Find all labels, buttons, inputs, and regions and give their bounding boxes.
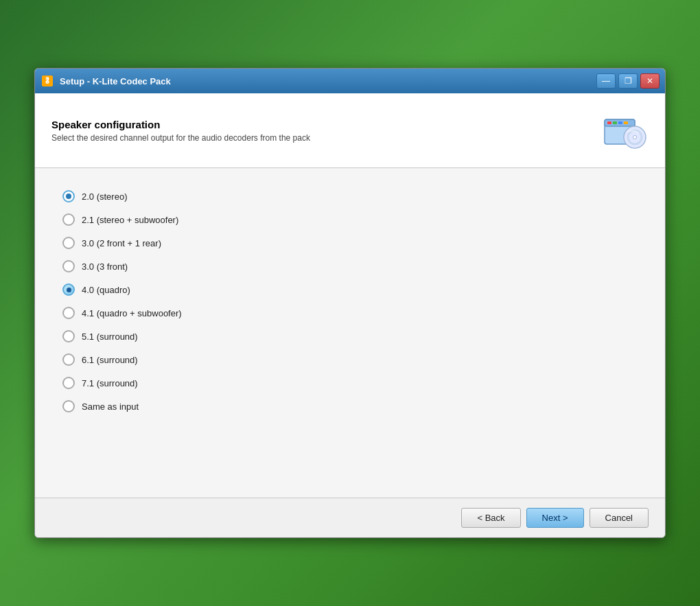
radio-label-opt_41: 4.1 (quadro + subwoofer) bbox=[82, 308, 182, 318]
header-text: Speaker configuration Select the desired… bbox=[51, 119, 310, 143]
radio-button-opt_same[interactable] bbox=[62, 400, 75, 412]
codec-icon bbox=[599, 106, 649, 155]
footer-section: < Back Next > Cancel bbox=[35, 498, 665, 537]
radio-item-opt_71[interactable]: 7.1 (surround) bbox=[62, 377, 638, 389]
radio-label-opt_21: 2.1 (stereo + subwoofer) bbox=[82, 215, 178, 225]
page-subtitle: Select the desired channel output for th… bbox=[51, 133, 310, 143]
svg-text:2: 2 bbox=[45, 76, 49, 84]
radio-item-opt_30rear[interactable]: 3.0 (2 front + 1 rear) bbox=[62, 237, 638, 249]
window-controls: — ❐ ✕ bbox=[596, 73, 660, 89]
radio-button-opt_30rear[interactable] bbox=[62, 237, 75, 249]
radio-item-opt_stereo[interactable]: 2.0 (stereo) bbox=[62, 190, 638, 202]
next-button[interactable]: Next > bbox=[526, 508, 584, 528]
radio-button-opt_21[interactable] bbox=[62, 213, 75, 226]
svg-point-12 bbox=[633, 136, 636, 139]
title-bar: 3 2 Setup - K-Lite Codec Pack — ❐ ✕ bbox=[35, 69, 665, 93]
back-button[interactable]: < Back bbox=[461, 508, 520, 528]
radio-label-opt_40: 4.0 (quadro) bbox=[82, 285, 130, 295]
radio-label-opt_51: 5.1 (surround) bbox=[82, 331, 138, 342]
radio-button-opt_71[interactable] bbox=[62, 377, 75, 389]
svg-rect-5 bbox=[607, 121, 611, 124]
radio-label-opt_61: 6.1 (surround) bbox=[82, 355, 138, 365]
radio-button-opt_61[interactable] bbox=[62, 353, 75, 366]
svg-rect-8 bbox=[624, 121, 628, 124]
radio-item-opt_21[interactable]: 2.1 (stereo + subwoofer) bbox=[62, 213, 638, 226]
window-title: Setup - K-Lite Codec Pack bbox=[60, 76, 596, 86]
svg-rect-6 bbox=[613, 121, 617, 124]
radio-item-opt_61[interactable]: 6.1 (surround) bbox=[62, 353, 638, 366]
minimize-button[interactable]: — bbox=[596, 73, 616, 89]
cancel-button[interactable]: Cancel bbox=[590, 508, 649, 528]
radio-button-opt_41[interactable] bbox=[62, 307, 75, 319]
installer-window: 3 2 Setup - K-Lite Codec Pack — ❐ ✕ Spea… bbox=[34, 68, 666, 538]
radio-item-opt_same[interactable]: Same as input bbox=[62, 400, 638, 412]
restore-button[interactable]: ❐ bbox=[618, 73, 638, 89]
radio-button-opt_stereo[interactable] bbox=[62, 190, 75, 202]
svg-rect-7 bbox=[618, 121, 622, 124]
radio-button-opt_40[interactable] bbox=[62, 283, 75, 296]
radio-item-opt_40[interactable]: 4.0 (quadro) bbox=[62, 283, 638, 296]
header-section: Speaker configuration Select the desired… bbox=[35, 93, 665, 168]
radio-button-opt_51[interactable] bbox=[62, 330, 75, 342]
close-button[interactable]: ✕ bbox=[640, 73, 660, 89]
radio-label-opt_stereo: 2.0 (stereo) bbox=[82, 191, 127, 202]
radio-item-opt_51[interactable]: 5.1 (surround) bbox=[62, 330, 638, 342]
speaker-options: 2.0 (stereo) 2.1 (stereo + subwoofer) 3.… bbox=[62, 190, 638, 412]
page-title: Speaker configuration bbox=[51, 119, 310, 130]
radio-label-opt_30front: 3.0 (3 front) bbox=[82, 261, 128, 272]
radio-item-opt_30front[interactable]: 3.0 (3 front) bbox=[62, 260, 638, 272]
radio-item-opt_41[interactable]: 4.1 (quadro + subwoofer) bbox=[62, 307, 638, 319]
radio-button-opt_30front[interactable] bbox=[62, 260, 75, 272]
radio-label-opt_same: Same as input bbox=[82, 401, 139, 412]
app-icon: 3 2 bbox=[40, 74, 54, 88]
radio-label-opt_30rear: 3.0 (2 front + 1 rear) bbox=[82, 238, 161, 248]
content-section: 2.0 (stereo) 2.1 (stereo + subwoofer) 3.… bbox=[35, 168, 665, 498]
radio-label-opt_71: 7.1 (surround) bbox=[82, 378, 138, 388]
